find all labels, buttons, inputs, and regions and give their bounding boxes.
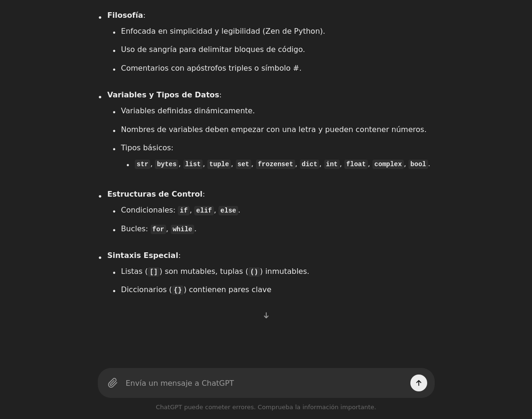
list-item: • Condicionales: if, elif, else. [112,204,434,218]
bullet-icon: • [112,144,116,156]
bullet-icon: • [112,107,116,119]
bullet-icon: • [98,251,103,265]
list-item: • Filosofía: • Enfocada en simplicidad y… [98,9,435,81]
attach-button[interactable] [105,375,120,390]
sub-item-text: Listas ([]) son mutables, tuplas (()) in… [121,265,435,278]
item-content: Filosofía: • Enfocada en simplicidad y l… [107,9,434,81]
footer-disclaimer: ChatGPT puede cometer errores. Comprueba… [0,398,532,419]
list-item: • Variables definidas dinámicamente. [112,105,434,119]
list-item: • Tipos básicos: • str, bytes, list, tup… [112,142,434,175]
list-item: • Comentarios con apóstrofos triples o s… [112,62,434,76]
sub-item-text: Uso de sangría para delimitar bloques de… [121,44,435,56]
sub-sub-list: • str, bytes, list, tuple, set, frozense… [121,158,435,172]
sub-item-text: Nombres de variables deben empezar con u… [121,124,435,136]
sub-list: • Listas ([]) son mutables, tuplas (()) … [107,265,434,298]
bullet-icon: • [126,160,130,172]
bullet-icon: • [112,125,116,138]
list-item: • str, bytes, list, tuple, set, frozense… [126,158,435,172]
main-content: • Filosofía: • Enfocada en simplicidad y… [0,0,532,362]
item-content: Estructuras de Control: • Condicionales:… [107,188,434,241]
bullet-icon: • [112,286,116,298]
message-input[interactable] [126,379,405,388]
bullet-icon: • [112,267,116,279]
code-types: str, bytes, list, tuple, set, frozenset,… [135,158,430,170]
input-bar [0,362,532,398]
top-level-list: • Filosofía: • Enfocada en simplicidad y… [98,9,435,302]
sub-item-text: Condicionales: if, elif, else. [121,204,435,216]
sub-item-text: Enfocada en simplicidad y legibilidad (Z… [121,25,435,37]
section-label: Filosofía: [107,11,146,20]
sub-list: • Variables definidas dinámicamente. • N… [107,105,434,175]
bullet-icon: • [98,11,103,25]
content-area: • Filosofía: • Enfocada en simplicidad y… [98,9,435,302]
item-content: Variables y Tipos de Datos: • Variables … [107,89,434,180]
section-label: Estructuras de Control: [107,190,205,198]
list-item: • Estructuras de Control: • Condicionale… [98,188,435,241]
bullet-icon: • [112,225,116,237]
input-container [98,368,435,398]
send-button[interactable] [410,375,427,391]
sub-list: • Enfocada en simplicidad y legibilidad … [107,25,434,76]
list-item: • Bucles: for, while. [112,223,434,237]
section-label: Sintaxis Especial: [107,251,181,260]
list-item: • Uso de sangría para delimitar bloques … [112,44,434,58]
sub-item-text: Bucles: for, while. [121,223,435,235]
section-label: Variables y Tipos de Datos: [107,90,222,99]
sub-item-text: Diccionarios ({}) contienen pares clave [121,284,435,296]
bullet-icon: • [112,27,116,39]
sub-list: • Condicionales: if, elif, else. • Bucle… [107,204,434,236]
bullet-icon: • [112,206,116,218]
bullet-icon: • [98,91,103,104]
scroll-down-indicator [262,310,271,325]
list-item: • Variables y Tipos de Datos: • Variable… [98,89,435,180]
list-item: • Sintaxis Especial: • Listas ([]) son m… [98,250,435,302]
list-item: • Nombres de variables deben empezar con… [112,124,434,138]
list-item: • Diccionarios ({}) contienen pares clav… [112,284,434,298]
item-content: Sintaxis Especial: • Listas ([]) son mut… [107,250,434,302]
bullet-icon: • [112,45,116,58]
list-item: • Enfocada en simplicidad y legibilidad … [112,25,434,39]
bullet-icon: • [112,64,116,76]
sub-item-text: Tipos básicos: • str, bytes, list, tuple… [121,142,435,175]
list-item: • Listas ([]) son mutables, tuplas (()) … [112,265,434,279]
sub-item-text: Comentarios con apóstrofos triples o sím… [121,62,435,74]
sub-item-text: Variables definidas dinámicamente. [121,105,435,117]
bullet-icon: • [98,190,103,204]
